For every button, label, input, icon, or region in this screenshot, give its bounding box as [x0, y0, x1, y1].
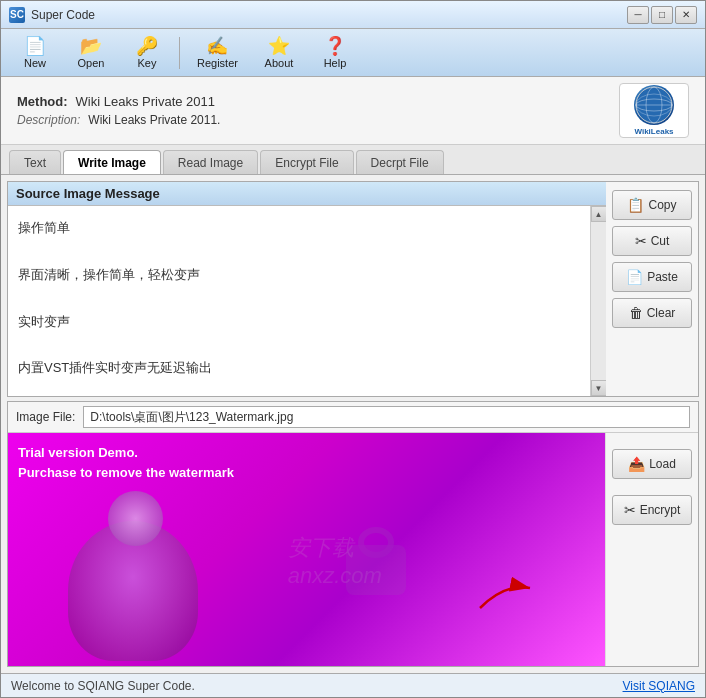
help-label: Help [324, 57, 347, 69]
load-icon: 📤 [628, 456, 645, 472]
about-button[interactable]: ⭐ About [253, 33, 305, 73]
title-bar: SC Super Code ─ □ ✕ [1, 1, 705, 29]
description-value: Wiki Leaks Private 2011. [88, 113, 220, 127]
new-button[interactable]: 📄 New [9, 33, 61, 73]
wikileaks-logo: WikiLeaks [619, 83, 689, 138]
new-icon: 📄 [24, 37, 46, 55]
image-file-row: Image File: [8, 402, 698, 433]
toolbar-separator [179, 37, 180, 69]
preview-watermark: Trial version Demo. Purchase to remove t… [18, 443, 234, 482]
wikileaks-globe [634, 85, 674, 125]
method-label: Method: [17, 94, 68, 109]
info-area: Method: Wiki Leaks Private 2011 Descript… [1, 77, 705, 145]
open-button[interactable]: 📂 Open [65, 33, 117, 73]
open-icon: 📂 [80, 37, 102, 55]
scroll-track[interactable] [591, 222, 607, 380]
tab-text[interactable]: Text [9, 150, 61, 174]
paste-icon: 📄 [626, 269, 643, 285]
status-message: Welcome to SQIANG Super Code. [11, 679, 195, 693]
tab-read-image[interactable]: Read Image [163, 150, 258, 174]
image-preview-row: Trial version Demo. Purchase to remove t… [8, 433, 698, 666]
clear-icon: 🗑 [629, 305, 643, 321]
register-label: Register [197, 57, 238, 69]
minimize-button[interactable]: ─ [627, 6, 649, 24]
image-panel: Image File: Trial version Demo. Purchase… [7, 401, 699, 667]
arrow-svg [475, 573, 535, 613]
source-scrollbar[interactable]: ▲ ▼ [590, 206, 606, 396]
tab-write-image[interactable]: Write Image [63, 150, 161, 174]
globe-svg [634, 85, 674, 125]
wikileaks-text: WikiLeaks [634, 127, 673, 136]
tab-decrypt-file[interactable]: Decrpt File [356, 150, 444, 174]
image-file-label: Image File: [16, 410, 75, 424]
key-icon: 🔑 [136, 37, 158, 55]
source-header: Source Image Message [8, 182, 606, 206]
source-panel: Source Image Message 操作简单 界面清晰，操作简单，轻松变声… [7, 181, 699, 397]
tabs-bar: Text Write Image Read Image Encrypt File… [1, 145, 705, 175]
load-button[interactable]: 📤 Load [612, 449, 692, 479]
close-button[interactable]: ✕ [675, 6, 697, 24]
visit-link[interactable]: Visit SQIANG [623, 679, 695, 693]
help-icon: ❓ [324, 37, 346, 55]
copy-button[interactable]: 📋 Copy [612, 190, 692, 220]
toolbar: 📄 New 📂 Open 🔑 Key ✍ Register ⭐ About ❓ … [1, 29, 705, 77]
copy-icon: 📋 [627, 197, 644, 213]
key-label: Key [138, 57, 157, 69]
cut-button[interactable]: ✂ Cut [612, 226, 692, 256]
lower-right-buttons: 📤 Load ✂ Encrypt [605, 433, 698, 666]
about-label: About [265, 57, 294, 69]
register-icon: ✍ [206, 37, 228, 55]
status-bar: Welcome to SQIANG Super Code. Visit SQIA… [1, 673, 705, 697]
encrypt-icon: ✂ [624, 502, 636, 518]
encrypt-arrow-annotation [475, 573, 535, 616]
scroll-up[interactable]: ▲ [591, 206, 607, 222]
encrypt-button[interactable]: ✂ Encrypt [612, 495, 692, 525]
new-label: New [24, 57, 46, 69]
register-button[interactable]: ✍ Register [186, 33, 249, 73]
preview-image: Trial version Demo. Purchase to remove t… [8, 433, 605, 666]
paste-button[interactable]: 📄 Paste [612, 262, 692, 292]
cut-icon: ✂ [635, 233, 647, 249]
right-buttons: 📋 Copy ✂ Cut 📄 Paste 🗑 Clear [606, 182, 698, 396]
image-file-input[interactable] [83, 406, 690, 428]
method-value: Wiki Leaks Private 2011 [76, 94, 215, 109]
help-button[interactable]: ❓ Help [309, 33, 361, 73]
svg-point-5 [636, 87, 672, 123]
tab-encrypt-file[interactable]: Encrypt File [260, 150, 353, 174]
open-label: Open [78, 57, 105, 69]
source-textarea[interactable]: 操作简单 界面清晰，操作简单，轻松变声 实时变声 内置VST插件实时变声无延迟输… [8, 206, 590, 396]
image-preview: Trial version Demo. Purchase to remove t… [8, 433, 605, 666]
description-label: Description: [17, 113, 80, 127]
window-title: Super Code [31, 8, 95, 22]
app-icon: SC [9, 7, 25, 23]
maximize-button[interactable]: □ [651, 6, 673, 24]
clear-button[interactable]: 🗑 Clear [612, 298, 692, 328]
key-button[interactable]: 🔑 Key [121, 33, 173, 73]
bag-icon [336, 515, 416, 595]
scroll-down[interactable]: ▼ [591, 380, 607, 396]
about-icon: ⭐ [268, 37, 290, 55]
